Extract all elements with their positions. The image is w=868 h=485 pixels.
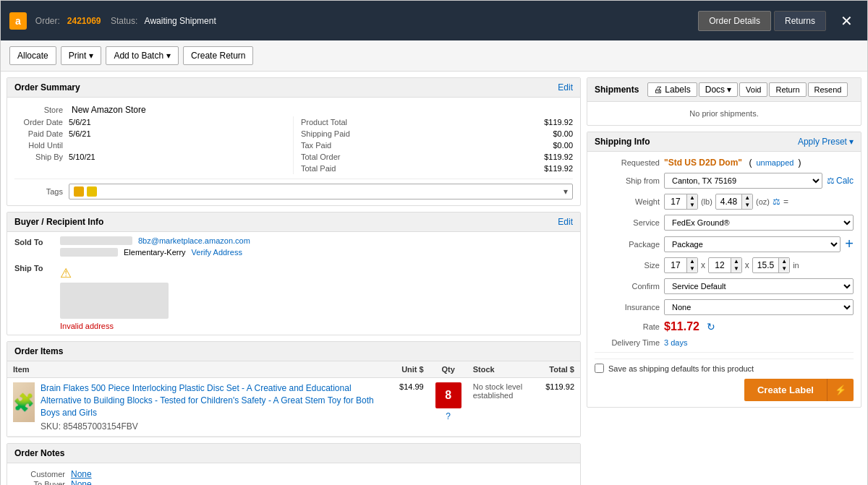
add-package-button[interactable]: + xyxy=(845,236,854,252)
customer-note-value[interactable]: None xyxy=(71,469,92,479)
tag-badge-2 xyxy=(87,186,97,197)
service-select[interactable]: FedEx Ground® xyxy=(664,215,854,231)
buyer-email[interactable]: 8bz@marketplace.amazon.com xyxy=(138,236,250,245)
size-w-up[interactable]: ▲ xyxy=(686,258,697,265)
weight-lb-value: 17 xyxy=(665,195,686,208)
weight-equals-icon[interactable]: = xyxy=(783,197,788,207)
insurance-select[interactable]: None xyxy=(664,299,854,315)
unit-price: $14.99 xyxy=(393,378,430,437)
package-select[interactable]: Package xyxy=(664,236,841,252)
buyer-info-title: Buyer / Recipient Info xyxy=(14,217,103,227)
order-items-title: Order Items xyxy=(14,346,63,356)
amazon-logo: a xyxy=(9,12,27,30)
size-h-input[interactable]: 15.5 ▲ ▼ xyxy=(752,257,790,273)
status-value: Awaiting Shipment xyxy=(145,16,216,26)
apply-preset-link[interactable]: Apply Preset ▾ xyxy=(798,137,854,147)
create-label-lightning-button[interactable]: ⚡ xyxy=(827,379,854,401)
size-l-input[interactable]: 12 ▲ ▼ xyxy=(708,257,742,273)
no-shipments-text: No prior shipments. xyxy=(587,102,861,125)
buyer-location: Elementary-Kerry xyxy=(124,248,186,257)
weight-oz-input[interactable]: 4.48 ▲ ▼ xyxy=(715,194,753,210)
shipping-info-title: Shipping Info xyxy=(595,137,650,147)
col-stock: Stock xyxy=(467,361,540,378)
col-total: Total $ xyxy=(540,361,580,378)
size-l-down[interactable]: ▼ xyxy=(731,265,741,272)
weight-oz-up[interactable]: ▲ xyxy=(741,194,752,202)
shipping-paid-label: Shipping Paid xyxy=(301,129,356,138)
size-h-up[interactable]: ▲ xyxy=(778,258,789,265)
size-h-down[interactable]: ▼ xyxy=(778,265,789,272)
order-details-button[interactable]: Order Details xyxy=(698,11,771,31)
warning-icon: ⚠ xyxy=(60,265,573,281)
size-w-value: 17 xyxy=(665,259,686,272)
stock-level: No stock level established xyxy=(467,378,540,437)
weight-lb-up[interactable]: ▲ xyxy=(686,194,697,202)
toolbar: Allocate Print ▾ Add to Batch ▾ Create R… xyxy=(1,40,867,72)
size-x1: x xyxy=(701,260,705,270)
confirm-select[interactable]: Service Default xyxy=(664,278,854,294)
return-button[interactable]: Return xyxy=(769,82,806,97)
scale-icon: ⚖ xyxy=(773,197,780,207)
to-buyer-value[interactable]: None xyxy=(71,479,92,485)
ship-from-label: Ship from xyxy=(595,176,660,185)
allocate-button[interactable]: Allocate xyxy=(9,46,56,65)
calc-link[interactable]: ⚖ Calc xyxy=(827,176,854,186)
total-order-label: Total Order xyxy=(301,153,346,161)
weight-lb-input[interactable]: 17 ▲ ▼ xyxy=(664,194,698,210)
ship-by-label: Ship By xyxy=(14,153,69,161)
returns-button[interactable]: Returns xyxy=(774,11,826,31)
labels-button[interactable]: 🖨 Labels xyxy=(647,82,697,97)
buyer-info-header: Buyer / Recipient Info Edit xyxy=(7,213,580,232)
buyer-info-panel: Buyer / Recipient Info Edit Sold To 8bz@… xyxy=(7,212,581,335)
col-qty: Qty xyxy=(430,361,467,378)
order-label: Order: xyxy=(35,16,60,26)
batch-chevron-icon: ▾ xyxy=(166,51,171,61)
void-button[interactable]: Void xyxy=(739,82,767,97)
refresh-icon[interactable]: ↻ xyxy=(707,321,715,332)
confirm-label: Confirm xyxy=(595,282,660,291)
close-button[interactable]: ✕ xyxy=(835,9,859,33)
order-summary-panel: Order Summary Edit Store New Amazon Stor… xyxy=(7,77,581,206)
preset-chevron-icon: ▾ xyxy=(849,137,854,147)
size-w-input[interactable]: 17 ▲ ▼ xyxy=(664,257,698,273)
help-icon[interactable]: ? xyxy=(435,411,461,421)
size-l-value: 12 xyxy=(709,259,731,272)
modal-header: a Order: 2421069 Status: Awaiting Shipme… xyxy=(1,1,867,40)
create-label-button[interactable]: Create Label xyxy=(744,379,827,401)
print-chevron-icon: ▾ xyxy=(89,51,93,61)
product-total-value: $119.92 xyxy=(544,118,573,126)
lb-label: (lb) xyxy=(701,197,712,206)
order-date-value: 5/6/21 xyxy=(69,118,91,126)
size-l-up[interactable]: ▲ xyxy=(731,258,741,265)
unmapped-link[interactable]: unmapped xyxy=(756,158,793,167)
product-image: 🧩 xyxy=(13,382,35,422)
shipments-panel: Shipments 🖨 Labels Docs ▾ Void Return Re… xyxy=(587,77,861,126)
order-summary-edit[interactable]: Edit xyxy=(558,82,573,93)
size-w-down[interactable]: ▼ xyxy=(686,265,697,272)
order-date-label: Order Date xyxy=(14,118,69,126)
rate-value: $11.72 xyxy=(664,320,699,333)
buyer-info-edit[interactable]: Edit xyxy=(558,217,573,227)
total-order-value: $119.92 xyxy=(544,153,573,161)
add-to-batch-button[interactable]: Add to Batch ▾ xyxy=(106,46,179,65)
store-label: Store xyxy=(14,106,69,114)
package-label: Package xyxy=(595,240,660,249)
create-return-button[interactable]: Create Return xyxy=(183,46,253,65)
tax-paid-label: Tax Paid xyxy=(301,141,337,150)
order-notes-header: Order Notes xyxy=(7,444,580,463)
ship-from-select[interactable]: Canton, TX 75169 xyxy=(664,173,822,189)
weight-oz-down[interactable]: ▼ xyxy=(741,202,752,209)
print-button[interactable]: Print ▾ xyxy=(61,46,102,65)
product-link[interactable]: Brain Flakes 500 Piece Interlocking Plas… xyxy=(41,383,374,418)
store-value: New Amazon Store xyxy=(72,105,146,115)
verify-address-link[interactable]: Verify Address xyxy=(192,248,242,257)
tags-input[interactable]: ▾ xyxy=(69,184,573,199)
docs-button[interactable]: Docs ▾ xyxy=(699,82,738,97)
resend-button[interactable]: Resend xyxy=(808,82,848,97)
hold-until-label: Hold Until xyxy=(14,141,69,150)
save-defaults-checkbox[interactable] xyxy=(595,364,604,373)
save-defaults-label: Save as shipping defaults for this produ… xyxy=(608,364,754,373)
order-items-panel: Order Items Item Unit $ Qty Stock Total … xyxy=(7,341,581,437)
weight-lb-down[interactable]: ▼ xyxy=(686,202,697,209)
col-unit: Unit $ xyxy=(393,361,430,378)
